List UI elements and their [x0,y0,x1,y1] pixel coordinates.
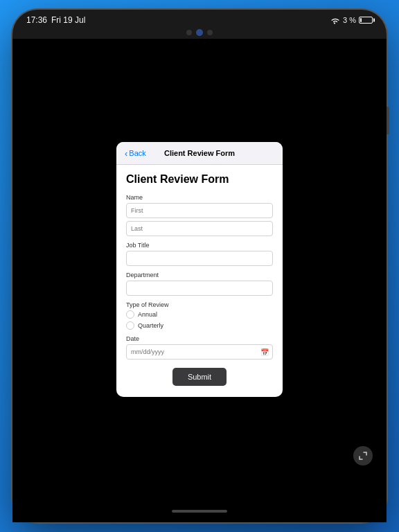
camera-bar [12,28,387,39]
review-type-field-group: Type of Review Annual Quarterly [126,301,273,330]
job-title-input[interactable] [126,251,273,266]
battery-percentage: 3 % [343,16,356,24]
department-input[interactable] [126,281,273,296]
back-label: Back [129,149,145,157]
battery-icon [359,17,373,24]
back-chevron-icon: ‹ [125,148,127,159]
date: Fri 19 Jul [51,15,85,25]
date-label: Date [126,335,273,342]
job-title-field-group: Job Title [126,242,273,266]
radio-circle-annual [126,310,134,319]
camera-dot-3 [207,30,213,35]
radio-quarterly[interactable]: Quarterly [126,321,273,330]
radio-group: Annual Quarterly [126,310,273,330]
job-title-label: Job Title [126,242,273,249]
submit-button[interactable]: Submit [172,368,227,386]
camera-dot-center [196,29,203,36]
status-left: 17:36 Fri 19 Jul [26,15,85,25]
radio-annual-label: Annual [138,311,157,318]
back-button[interactable]: ‹ Back [125,148,146,159]
battery-fill [360,18,362,22]
home-indicator [172,510,227,513]
resize-icon [358,451,368,461]
radio-quarterly-label: Quarterly [138,322,163,329]
form-heading: Client Review Form [126,173,273,186]
corner-resize-button[interactable] [353,446,373,466]
form-content: Client Review Form Name Job Title Depart… [116,165,283,397]
ipad-frame: 17:36 Fri 19 Jul 3 % [12,10,387,522]
status-right: 3 % [330,16,373,24]
name-last-input[interactable] [126,221,273,236]
modal-card: ‹ Back Client Review Form Client Review … [116,142,283,397]
date-input[interactable] [126,344,273,360]
radio-annual[interactable]: Annual [126,310,273,319]
radio-circle-quarterly [126,321,134,330]
review-type-label: Type of Review [126,301,273,308]
name-first-input[interactable] [126,203,273,218]
side-button [387,107,389,134]
department-field-group: Department [126,272,273,296]
name-field-group: Name [126,194,273,236]
camera-dots [186,29,213,36]
time: 17:36 [26,15,47,25]
nav-title: Client Review Form [164,149,235,157]
date-field-group: Date 📅 [126,335,273,360]
name-label: Name [126,194,273,201]
wifi-icon [330,17,340,24]
status-bar: 17:36 Fri 19 Jul 3 % [12,10,387,28]
screen: ‹ Back Client Review Form Client Review … [12,39,387,500]
nav-bar: ‹ Back Client Review Form [116,142,283,165]
date-input-wrapper: 📅 [126,344,273,360]
department-label: Department [126,272,273,278]
camera-dot-1 [186,30,192,35]
bottom-bar [12,500,387,522]
